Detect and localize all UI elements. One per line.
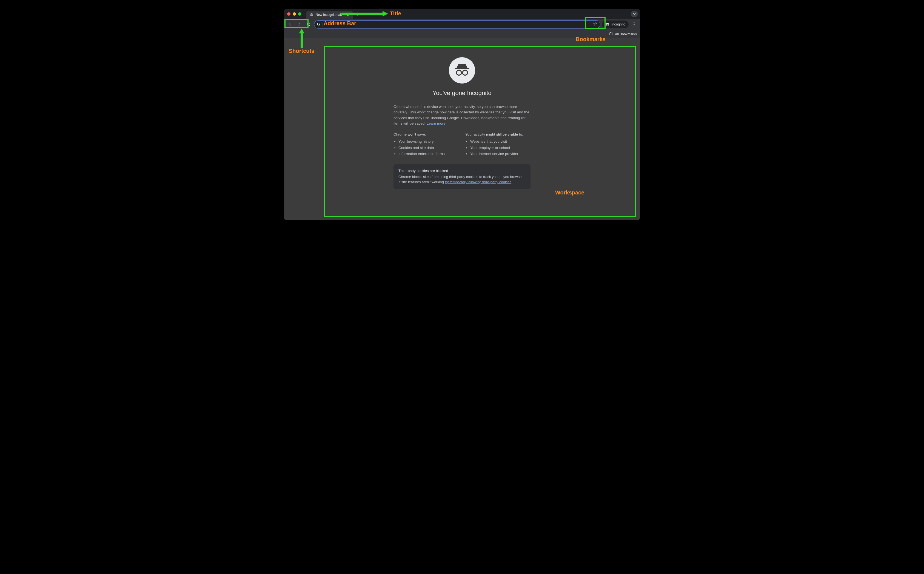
all-bookmarks-button[interactable]: All Bookmarks — [615, 32, 637, 36]
close-window-button[interactable] — [287, 12, 291, 16]
wont-save-heading: Chrome won't save: — [393, 132, 459, 137]
tabs-dropdown-button[interactable] — [631, 11, 638, 17]
svg-point-4 — [633, 22, 634, 23]
svg-point-6 — [633, 25, 634, 26]
cookies-title: Third-party cookies are blocked — [398, 168, 526, 173]
svg-point-3 — [608, 24, 609, 25]
address-bar[interactable]: G | — [314, 20, 600, 28]
maximize-window-button[interactable] — [298, 12, 302, 16]
minimize-window-button[interactable] — [293, 12, 296, 16]
incognito-chip[interactable]: Incognito — [602, 20, 629, 28]
back-button[interactable] — [286, 20, 294, 28]
folder-icon — [609, 32, 613, 37]
still-visible-column: Your activity might still be visible to:… — [465, 132, 531, 157]
search-engine-icon: G — [317, 22, 320, 27]
incognito-chip-label: Incognito — [611, 22, 625, 26]
learn-more-link[interactable]: Learn more — [426, 121, 445, 125]
toolbar: G | Incognito — [284, 19, 640, 30]
page-description: Others who use this device won't see you… — [374, 104, 550, 126]
list-item: Cookies and site data — [398, 145, 459, 151]
incognito-icon — [310, 13, 313, 17]
list-item: Websites that you visit — [470, 139, 531, 144]
new-tab-button[interactable]: + — [355, 12, 360, 17]
svg-point-5 — [633, 24, 634, 25]
window-controls — [287, 12, 302, 16]
bookmark-star-button[interactable] — [593, 22, 597, 27]
svg-point-1 — [312, 15, 313, 16]
incognito-icon — [605, 22, 610, 27]
svg-point-8 — [456, 70, 461, 75]
browser-window: New Incognito tab ✕ + G | — [284, 9, 640, 220]
still-visible-heading: Your activity might still be visible to: — [465, 132, 531, 137]
incognito-hero-icon — [449, 57, 475, 84]
allow-cookies-link[interactable]: try temporarily allowing third-party coo… — [445, 180, 511, 184]
list-item: Your employer or school — [470, 145, 531, 151]
list-item: Your Internet service provider — [470, 151, 531, 157]
close-tab-button[interactable]: ✕ — [347, 13, 350, 17]
tab-title: New Incognito tab — [316, 13, 342, 17]
content-area: You've gone Incognito Others who use thi… — [284, 38, 640, 220]
tab-strip: New Incognito tab ✕ + — [284, 9, 640, 19]
svg-point-0 — [310, 15, 311, 16]
menu-button[interactable] — [630, 20, 638, 28]
list-item: Your browsing history — [398, 139, 459, 144]
wont-save-column: Chrome won't save: Your browsing history… — [393, 132, 459, 157]
cookies-line2: If site features aren't working try temp… — [398, 179, 526, 185]
page-title: You've gone Incognito — [374, 88, 550, 98]
cookies-info-box: Third-party cookies are blocked Chrome b… — [393, 164, 531, 189]
omnibox-separator: | — [322, 22, 323, 27]
browser-tab[interactable]: New Incognito tab ✕ — [306, 11, 353, 19]
forward-button[interactable] — [295, 20, 303, 28]
cookies-line1: Chrome blocks sites from using third-par… — [398, 174, 526, 180]
svg-rect-7 — [455, 68, 469, 69]
bookmarks-bar: | All Bookmarks — [284, 30, 640, 38]
svg-point-9 — [463, 70, 468, 75]
bookmarks-divider: | — [606, 32, 607, 36]
svg-point-2 — [607, 24, 608, 25]
list-item: Information entered in forms — [398, 151, 459, 157]
reload-button[interactable] — [305, 20, 313, 28]
incognito-page: You've gone Incognito Others who use thi… — [374, 38, 550, 220]
description-text: Others who use this device won't see you… — [393, 105, 529, 125]
